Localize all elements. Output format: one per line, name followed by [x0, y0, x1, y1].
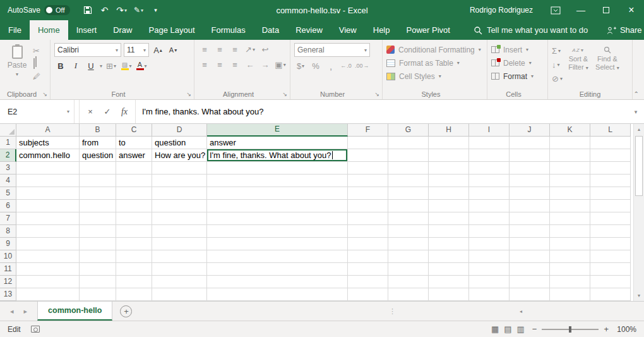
tab-power-pivot[interactable]: Power Pivot [398, 20, 458, 40]
column-header-A[interactable]: A [16, 124, 80, 137]
column-header-H[interactable]: H [429, 124, 469, 137]
cell-G3[interactable] [388, 162, 429, 175]
cell-H13[interactable] [429, 288, 469, 301]
expand-formula-bar-button[interactable]: ▾ [628, 100, 644, 123]
column-header-E[interactable]: E [207, 124, 348, 137]
align-right-button[interactable]: ≡ [229, 58, 241, 71]
cell-D11[interactable] [152, 263, 207, 276]
cell-L3[interactable] [590, 162, 631, 175]
cell-L13[interactable] [590, 288, 631, 301]
cell-B13[interactable] [80, 288, 116, 301]
cell-C13[interactable] [116, 288, 152, 301]
cell-J4[interactable] [510, 175, 550, 187]
align-center-button[interactable]: ≡ [213, 58, 226, 71]
find-select-button[interactable]: Find & Select ▾ [594, 43, 621, 89]
cell-B11[interactable] [80, 263, 116, 276]
align-middle-button[interactable]: ≡ [213, 43, 226, 56]
font-name-combo[interactable]: Calibri ▾ [54, 43, 121, 57]
cell-E2[interactable]: I'm fine, thanks. What about you? [207, 149, 348, 162]
sort-filter-button[interactable]: AZ▼ Sort & Filter ▾ [565, 43, 592, 89]
cell-L9[interactable] [590, 238, 631, 250]
cell-A6[interactable] [16, 200, 80, 212]
minimize-button[interactable]: — [568, 0, 593, 20]
customize-qat-button[interactable]: ▾ [148, 3, 164, 18]
wrap-text-button[interactable]: ↩ [259, 43, 271, 56]
cell-E6[interactable] [207, 200, 348, 212]
clipboard-dialog-launcher[interactable]: ↘ [42, 91, 47, 97]
column-header-D[interactable]: D [152, 124, 207, 137]
cell-I5[interactable] [469, 187, 510, 200]
cell-D5[interactable] [152, 187, 207, 200]
cell-F9[interactable] [348, 238, 388, 250]
cell-H10[interactable] [429, 250, 469, 263]
cell-D7[interactable] [152, 212, 207, 225]
vertical-scrollbar[interactable]: ▴ ▾ [633, 124, 644, 301]
cell-B9[interactable] [80, 238, 116, 250]
cell-E7[interactable] [207, 212, 348, 225]
cell-A3[interactable] [16, 162, 80, 175]
cell-I13[interactable] [469, 288, 510, 301]
row-header-4[interactable]: 4 [0, 175, 16, 187]
cell-B12[interactable] [80, 276, 116, 288]
cell-K8[interactable] [550, 225, 590, 238]
cell-D13[interactable] [152, 288, 207, 301]
vertical-scroll-thumb[interactable] [635, 136, 643, 196]
cell-I7[interactable] [469, 212, 510, 225]
cell-H4[interactable] [429, 175, 469, 187]
cell-A9[interactable] [16, 238, 80, 250]
cell-A2[interactable]: common.hello [16, 149, 80, 162]
scroll-down-arrow[interactable]: ▾ [634, 290, 644, 301]
number-dialog-launcher[interactable]: ↘ [374, 91, 379, 97]
cell-D10[interactable] [152, 250, 207, 263]
cell-E13[interactable] [207, 288, 348, 301]
zoom-slider-handle[interactable] [569, 326, 571, 333]
cell-H7[interactable] [429, 212, 469, 225]
macro-recording-icon[interactable] [31, 326, 40, 333]
next-sheet-button[interactable]: ▸ [24, 307, 28, 316]
cell-I1[interactable] [469, 137, 510, 149]
cell-E10[interactable] [207, 250, 348, 263]
decrease-decimal-button[interactable]: .00→ [355, 59, 369, 72]
enter-button[interactable]: ✓ [100, 104, 115, 119]
cell-A10[interactable] [16, 250, 80, 263]
cell-A7[interactable] [16, 212, 80, 225]
row-header-13[interactable]: 13 [0, 288, 16, 301]
page-break-view-button[interactable]: ▥ [517, 324, 525, 334]
cell-E9[interactable] [207, 238, 348, 250]
fill-button[interactable]: ↓ ▾ [552, 58, 563, 71]
cell-I6[interactable] [469, 200, 510, 212]
formula-input[interactable]: I'm fine, thanks. What about you? [136, 100, 628, 123]
normal-view-button[interactable]: ▦ [491, 324, 499, 334]
cell-I8[interactable] [469, 225, 510, 238]
tell-me-search[interactable] [474, 20, 607, 40]
cell-C1[interactable]: to [116, 137, 152, 149]
cell-I4[interactable] [469, 175, 510, 187]
cell-C6[interactable] [116, 200, 152, 212]
scroll-up-arrow[interactable]: ▴ [634, 124, 644, 135]
tab-page-layout[interactable]: Page Layout [141, 20, 203, 40]
previous-sheet-button[interactable]: ◂ [10, 307, 14, 316]
cell-A1[interactable]: subjects [16, 137, 80, 149]
column-header-J[interactable]: J [510, 124, 550, 137]
cell-L5[interactable] [590, 187, 631, 200]
cell-G5[interactable] [388, 187, 429, 200]
save-button[interactable] [80, 3, 95, 18]
paste-button[interactable]: Paste ▾ [5, 43, 29, 89]
undo-button[interactable]: ↶ [97, 3, 112, 18]
cell-I11[interactable] [469, 263, 510, 276]
cell-C3[interactable] [116, 162, 152, 175]
tab-view[interactable]: View [331, 20, 365, 40]
cell-G10[interactable] [388, 250, 429, 263]
cell-L8[interactable] [590, 225, 631, 238]
orientation-button[interactable]: ↗▾ [244, 43, 256, 56]
font-dialog-launcher[interactable]: ↘ [186, 91, 191, 97]
cell-J8[interactable] [510, 225, 550, 238]
cell-C7[interactable] [116, 212, 152, 225]
share-button[interactable]: Share [607, 25, 642, 35]
cell-C9[interactable] [116, 238, 152, 250]
close-button[interactable]: × [619, 0, 644, 20]
cell-A4[interactable] [16, 175, 80, 187]
cell-B7[interactable] [80, 212, 116, 225]
cell-F1[interactable] [348, 137, 388, 149]
increase-decimal-button[interactable]: ←.0 [340, 59, 352, 72]
